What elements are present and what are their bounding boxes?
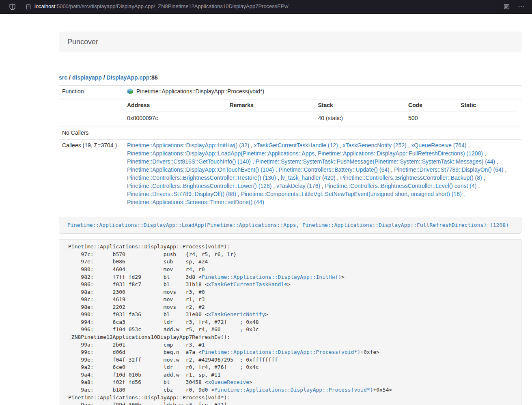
toolbar-actions: ⋯ [504, 3, 526, 10]
disassembly-symbol-link[interactable]: Pinetime::Applications::DisplayApp::Init… [202, 274, 341, 280]
callee-link[interactable]: Pinetime::Applications::DisplayApp::OnTo… [127, 166, 274, 173]
stats-header-address: Address [127, 101, 230, 112]
stats-static-value [461, 112, 518, 124]
callee-separator: , [274, 166, 279, 173]
callee-link[interactable]: Pinetime::System::SystemTask::PushMessag… [256, 158, 495, 165]
callee-separator: , [407, 142, 411, 149]
callee-link[interactable]: Pinetime::Applications::Screens::Timer::… [127, 199, 264, 205]
stats-header-remarks: Remarks [230, 101, 318, 112]
url-domain: localhost [34, 3, 55, 11]
callee-separator: , [251, 158, 256, 165]
callee-link[interactable]: Pinetime::Controllers::BrightnessControl… [127, 183, 271, 189]
disassembly-symbol-link[interactable]: Pinetime::Applications::DisplayApp::Proc… [202, 349, 360, 355]
disassembly: Pinetime::Applications::DisplayApp::Proc… [59, 239, 521, 405]
callee-separator: , [271, 183, 276, 189]
disassembly-symbol-link[interactable]: xTaskGenericNotify [208, 311, 265, 317]
no-callers-cell [124, 127, 521, 139]
breadcrumb-link-src[interactable]: src [59, 74, 67, 81]
callee-link[interactable]: Pinetime::Applications::DisplayApp::Load… [127, 150, 483, 157]
callee-separator: , [249, 142, 254, 149]
callees-row: Callees (19, Σ=3704 ) Pinetime::Applicat… [59, 139, 521, 208]
callee-separator: , [476, 183, 480, 189]
no-callers-label: No Callers [59, 127, 124, 139]
callee-separator: , [336, 174, 340, 181]
callee-link[interactable]: Pinetime::Controllers::BrightnessControl… [127, 174, 276, 181]
browser-toolbar: localhost:5000/path/src/displayapp/Displ… [0, 0, 532, 14]
stats-address-value: 0x0000097c [127, 112, 230, 124]
stats-table: Address Remarks Stack Code Static 0x0000… [127, 101, 518, 125]
stats-cell: Address Remarks Stack Code Static 0x0000… [124, 99, 521, 127]
reader-view-icon[interactable] [504, 4, 510, 10]
function-name: Pinetime::Applications::DisplayApp::Proc… [136, 88, 264, 95]
callee-link[interactable]: Pinetime::Controllers::BrightnessControl… [325, 183, 476, 189]
page-info-icon[interactable] [26, 4, 31, 10]
breadcrumb-line-number: :86 [149, 74, 157, 81]
stats-stack-value: 40 (static) [318, 112, 408, 124]
loadapp-panel: Pinetime::Applications::DisplayApp::Load… [59, 217, 521, 234]
callee-separator: , [320, 183, 325, 189]
callee-separator: , [504, 166, 507, 173]
breadcrumb-separator: / [102, 74, 107, 81]
callee-separator: , [236, 191, 241, 197]
callee-separator: , [483, 150, 486, 157]
callee-link[interactable]: Pinetime::Drivers::Cst816S::GetTouchInfo… [127, 158, 251, 165]
callee-separator: , [338, 142, 343, 149]
stats-header-stack: Stack [318, 101, 408, 112]
shield-icon[interactable] [9, 3, 16, 11]
callee-separator: , [495, 158, 498, 165]
stats-remarks-value [230, 112, 318, 124]
overflow-menu-icon[interactable]: ⋯ [516, 3, 526, 10]
function-icon [127, 88, 134, 97]
stats-code-value: 500 [408, 112, 461, 124]
callee-link[interactable]: Pinetime::Components::LittleVgl::SetNewT… [241, 191, 462, 197]
page-content: Puncover src / displayapp / DisplayApp.c… [59, 14, 521, 405]
navbar: Puncover [59, 32, 521, 52]
disassembly-symbol-link[interactable]: xTaskGetCurrentTaskHandle [208, 281, 287, 287]
stats-header-static: Static [461, 101, 518, 112]
callee-link[interactable]: xTaskGenericNotify (252) [342, 142, 406, 149]
breadcrumb-separator: / [67, 74, 72, 81]
breadcrumb-link-displayapp[interactable]: displayapp [72, 74, 102, 81]
breadcrumb-link-file[interactable]: DisplayApp.cpp [107, 74, 150, 81]
callee-separator: , [482, 174, 485, 181]
function-row: Function Pinetime::Applications::Display… [59, 85, 521, 99]
brand-puncover[interactable]: Puncover [67, 37, 98, 47]
disassembly-symbol-link[interactable]: xQueueReceive [208, 379, 249, 385]
disassembly-symbol-link[interactable]: Pinetime::Applications::DisplayApp::Proc… [214, 387, 373, 393]
callee-link[interactable]: vTaskDelay (176) [276, 183, 320, 189]
url-path: :5000/path/src/displayapp/DisplayApp.cpp… [55, 3, 289, 11]
callee-link[interactable]: xTaskGetCurrentTaskHandle (12) [254, 142, 338, 149]
callee-separator: , [276, 174, 281, 181]
callee-separator: , [462, 191, 465, 197]
divider [59, 64, 521, 64]
callee-link[interactable]: xQueueReceive (764) [411, 142, 466, 149]
symbol-table: Function Pinetime::Applications::Display… [59, 85, 521, 209]
callee-separator: , [466, 142, 470, 149]
callees-label: Callees (19, Σ=3704 ) [59, 139, 124, 208]
function-cell: Pinetime::Applications::DisplayApp::Proc… [124, 85, 521, 99]
callee-link[interactable]: Pinetime::Drivers::St7789::DisplayOff() … [127, 191, 236, 197]
callee-link[interactable]: Pinetime::Drivers::St7789::DisplayOn() (… [394, 166, 503, 173]
breadcrumb: src / displayapp / DisplayApp.cpp:86 [59, 74, 521, 82]
callee-link[interactable]: Pinetime::Applications::DisplayApp::Init… [127, 142, 249, 149]
callee-link[interactable]: Pinetime::Controllers::Battery::Update()… [279, 166, 390, 173]
callees-cell: Pinetime::Applications::DisplayApp::Init… [124, 139, 521, 208]
url-bar[interactable]: localhost:5000/path/src/displayapp/Displ… [22, 1, 498, 13]
no-callers-row: No Callers [59, 127, 521, 139]
stats-row: Address Remarks Stack Code Static 0x0000… [59, 99, 521, 127]
callee-link[interactable]: Pinetime::Controllers::BrightnessControl… [340, 174, 482, 181]
callee-separator: , [390, 166, 394, 173]
function-row-label: Function [59, 85, 124, 99]
callee-link[interactable]: lv_task_handler (420) [281, 174, 336, 181]
loadapp-link[interactable]: Pinetime::Applications::DisplayApp::Load… [67, 222, 509, 228]
stats-header-code: Code [408, 101, 461, 112]
empty-row-label [59, 99, 124, 127]
